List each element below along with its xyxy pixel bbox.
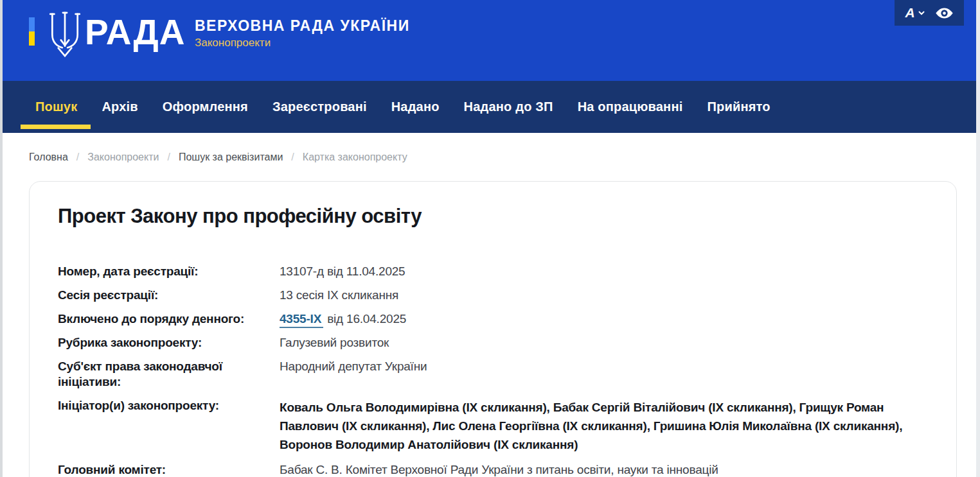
field-row: Суб'єкт права законодавчої ініціативи:На… <box>58 359 918 390</box>
field-value: Коваль Ольга Володимирівна (IX скликання… <box>280 398 918 454</box>
tryzub-logo-icon[interactable] <box>46 10 84 60</box>
breadcrumb-separator: / <box>291 152 294 163</box>
breadcrumb-item-3[interactable]: Пошук за реквізитами <box>179 152 283 163</box>
nav-item-2[interactable]: Архів <box>102 100 138 114</box>
field-value: Бабак С. В. Комітет Верховної Ради Украї… <box>280 462 718 477</box>
field-value: 13107-д від 11.04.2025 <box>280 264 405 279</box>
accessibility-controls: A <box>895 0 964 26</box>
eye-icon[interactable] <box>935 7 954 19</box>
site-title: ВЕРХОВНА РАДА УКРАЇНИ <box>195 17 410 35</box>
field-row: Ініціатор(и) законопроекту:Коваль Ольга … <box>58 398 918 454</box>
nav-item-8[interactable]: Прийнято <box>707 100 770 114</box>
chevron-down-icon <box>918 11 925 15</box>
font-size-button[interactable]: A <box>905 5 924 21</box>
nav-item-4[interactable]: Зареєстровані <box>272 100 367 114</box>
ukraine-flag-bar <box>29 17 35 46</box>
breadcrumb-item-2[interactable]: Законопроекти <box>87 152 159 163</box>
breadcrumb-item-4: Картка законопроекту <box>303 152 407 163</box>
field-value: Галузевий розвиток <box>280 335 389 351</box>
field-label: Суб'єкт права законодавчої ініціативи: <box>58 359 280 390</box>
field-label: Сесія реєстрації: <box>58 288 280 303</box>
logo-text[interactable]: РАДА <box>85 12 186 53</box>
page-title: Проект Закону про професійну освіту <box>58 204 918 229</box>
bill-card: Проект Закону про професійну освіту Номе… <box>29 181 957 477</box>
main-nav: ПошукАрхівОформленняЗареєстрованіНаданоН… <box>3 81 980 133</box>
field-label: Номер, дата реєстрації: <box>58 264 280 279</box>
field-row: Включено до порядку денного:4355-IXвід 1… <box>58 311 918 327</box>
field-label: Рубрика законопроекту: <box>58 335 280 351</box>
nav-item-5[interactable]: Надано <box>391 100 440 114</box>
scrollbar[interactable] <box>976 0 980 477</box>
field-label: Ініціатор(и) законопроекту: <box>58 398 280 454</box>
agenda-decision-link[interactable]: 4355-IX <box>280 312 323 328</box>
breadcrumb-separator: / <box>167 152 170 163</box>
field-value-text: від 16.04.2025 <box>327 312 406 325</box>
field-row: Головний комітет:Бабак С. В. Комітет Вер… <box>58 462 918 477</box>
nav-item-3[interactable]: Оформлення <box>163 100 248 114</box>
field-value: 4355-IXвід 16.04.2025 <box>280 311 406 327</box>
field-row: Номер, дата реєстрації:13107-д від 11.04… <box>58 264 918 279</box>
breadcrumb: Головна/Законопроекти/Пошук за реквізита… <box>3 133 980 168</box>
breadcrumb-separator: / <box>76 152 79 163</box>
field-value: Народний депутат України <box>280 359 427 390</box>
nav-item-6[interactable]: Надано до ЗП <box>464 100 553 114</box>
bill-fields: Номер, дата реєстрації:13107-д від 11.04… <box>58 264 918 477</box>
nav-item-7[interactable]: На опрацюванні <box>578 100 683 114</box>
field-label: Включено до порядку денного: <box>58 311 280 327</box>
site-header: РАДА ВЕРХОВНА РАДА УКРАЇНИ Законопроекти… <box>3 0 980 81</box>
site-subtitle: Законопроекти <box>195 37 271 49</box>
font-size-letter: A <box>905 5 914 21</box>
field-row: Рубрика законопроекту:Галузевий розвиток <box>58 335 918 351</box>
field-row: Сесія реєстрації:13 сесія IX скликання <box>58 288 918 303</box>
field-value: 13 сесія IX скликання <box>280 288 398 303</box>
breadcrumb-item-1[interactable]: Головна <box>29 152 68 163</box>
field-label: Головний комітет: <box>58 462 280 477</box>
nav-item-1[interactable]: Пошук <box>35 100 77 114</box>
